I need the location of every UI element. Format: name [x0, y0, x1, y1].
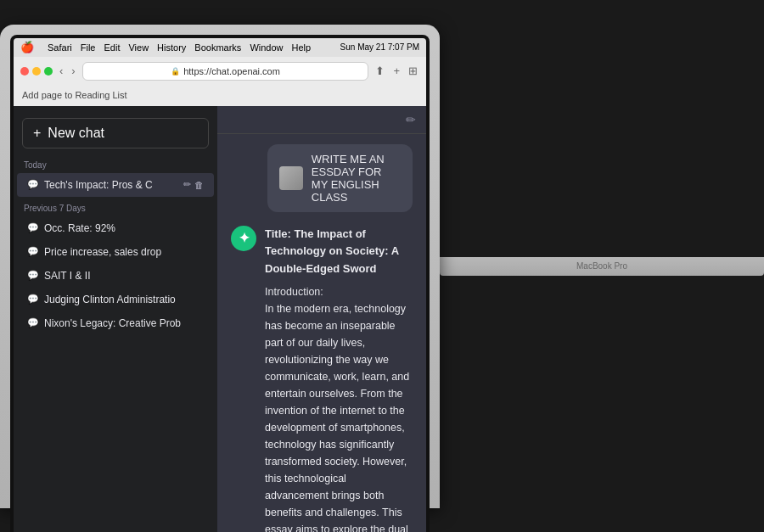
chat-item-prev-2[interactable]: 💬 Price increase, sales drop — [17, 240, 214, 264]
menubar-window[interactable]: Window — [250, 42, 283, 53]
gpt-logo: ✦ — [231, 226, 256, 251]
user-message: WRITE ME AN ESSDAY FOR MY ENGLISH CLASS — [231, 144, 413, 212]
edit-chat-button[interactable]: ✏ — [183, 179, 191, 190]
chat-item-prev-1[interactable]: 💬 Occ. Rate: 92% — [17, 216, 214, 240]
user-avatar-small — [279, 166, 303, 190]
forward-button[interactable]: › — [70, 64, 76, 77]
chat-header: ✏ — [217, 106, 426, 134]
menubar-time: Sun May 21 7:07 PM — [340, 42, 419, 52]
chat-bubble-icon: 💬 — [27, 179, 39, 190]
new-chat-label: New chat — [48, 126, 104, 141]
chat-area: ✏ WRITE ME AN ESSDAY FOR MY ENGLISH CLAS… — [217, 106, 426, 533]
sidebar-toggle[interactable]: ⊞ — [407, 64, 419, 77]
address-text: https://chat.openai.com — [183, 66, 280, 76]
close-button[interactable] — [20, 67, 29, 76]
new-chat-button[interactable]: + New chat — [22, 118, 209, 148]
sidebar-top: + New chat — [14, 113, 217, 154]
chat-label-2: Price increase, sales drop — [44, 246, 204, 258]
lock-icon: 🔒 — [171, 67, 180, 76]
share-button[interactable]: ⬆ — [374, 64, 386, 77]
menubar: 🍎 Safari File Edit View History Bookmark… — [14, 38, 426, 57]
menubar-history[interactable]: History — [157, 42, 186, 53]
chat-label-3: SAIT I & II — [44, 270, 204, 282]
screen-bezel: 🍎 Safari File Edit View History Bookmark… — [10, 35, 430, 533]
menubar-safari[interactable]: Safari — [48, 42, 72, 53]
user-message-text: WRITE ME AN ESSDAY FOR MY ENGLISH CLASS — [312, 153, 401, 204]
user-bubble: WRITE ME AN ESSDAY FOR MY ENGLISH CLASS — [267, 144, 413, 212]
apple-icon: 🍎 — [20, 41, 34, 53]
chat-item-prev-3[interactable]: 💬 SAIT I & II — [17, 264, 214, 288]
reading-list-label: Add page to Reading List — [22, 90, 127, 100]
laptop-label: MacBook Pro — [576, 261, 627, 271]
traffic-lights — [20, 67, 53, 76]
essay-body: In the modern era, technology has become… — [265, 300, 413, 532]
plus-icon: + — [33, 126, 41, 141]
browser-chrome: ‹ › 🔒 https://chat.openai.com ⬆ + ⊞ Add … — [14, 57, 426, 106]
minimize-button[interactable] — [32, 67, 41, 76]
back-button[interactable]: ‹ — [58, 64, 65, 77]
chat-label-5: Nixon's Legacy: Creative Prob — [44, 317, 204, 329]
messages-list: WRITE ME AN ESSDAY FOR MY ENGLISH CLASS … — [217, 134, 426, 533]
menubar-help[interactable]: Help — [292, 42, 312, 53]
menubar-right: Sun May 21 7:07 PM — [340, 42, 419, 52]
chat-icon-4: 💬 — [27, 294, 39, 305]
chat-label-4: Judging Clinton Administratio — [44, 294, 204, 305]
chat-item-label: Tech's Impact: Pros & C — [44, 179, 178, 191]
new-tab-button[interactable]: + — [391, 64, 402, 77]
chat-item-today-1[interactable]: 💬 Tech's Impact: Pros & C ✏ 🗑 — [17, 173, 214, 197]
maximize-button[interactable] — [44, 67, 53, 76]
chat-icon-5: 💬 — [27, 317, 39, 328]
menubar-items: Safari File Edit View History Bookmarks … — [48, 42, 311, 53]
chat-item-actions: ✏ 🗑 — [183, 179, 204, 190]
menubar-view[interactable]: View — [128, 42, 149, 53]
chat-item-prev-5[interactable]: 💬 Nixon's Legacy: Creative Prob — [17, 311, 214, 335]
address-bar[interactable]: 🔒 https://chat.openai.com — [82, 62, 369, 81]
chat-label-1: Occ. Rate: 92% — [44, 222, 204, 234]
menubar-file[interactable]: File — [81, 42, 96, 53]
essay-intro-label: Introduction: — [265, 283, 413, 300]
chat-icon-3: 💬 — [27, 270, 39, 281]
laptop-shell: 🍎 Safari File Edit View History Bookmark… — [0, 25, 440, 508]
today-section-label: Today — [14, 154, 217, 173]
essay-title: Title: The Impact of Technology on Socie… — [265, 226, 413, 278]
assistant-message: ✦ Title: The Impact of Technology on Soc… — [231, 226, 413, 533]
menubar-edit[interactable]: Edit — [104, 42, 120, 53]
bookmarks-bar: Add page to Reading List — [20, 84, 419, 106]
previous-section-label: Previous 7 Days — [14, 197, 217, 216]
chat-icon-2: 💬 — [27, 246, 39, 257]
assistant-response: Title: The Impact of Technology on Socie… — [265, 226, 413, 533]
edit-conversation-button[interactable]: ✏ — [406, 113, 416, 126]
main-content: + New chat Today 💬 Tech's Impact: Pros &… — [14, 106, 426, 533]
chat-icon-1: 💬 — [27, 222, 39, 233]
sidebar: + New chat Today 💬 Tech's Impact: Pros &… — [14, 106, 217, 533]
laptop-bottom-bar: MacBook Pro — [440, 257, 764, 276]
menubar-bookmarks[interactable]: Bookmarks — [194, 42, 241, 53]
browser-toolbar: ‹ › 🔒 https://chat.openai.com ⬆ + ⊞ — [20, 62, 419, 81]
delete-chat-button[interactable]: 🗑 — [194, 179, 204, 190]
chat-item-prev-4[interactable]: 💬 Judging Clinton Administratio — [17, 288, 214, 311]
